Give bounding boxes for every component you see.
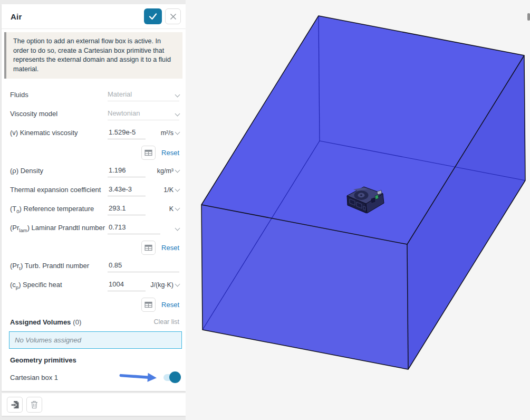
reset-link[interactable]: Reset [161,149,179,157]
reset-row: Reset [10,238,179,257]
device-port-dark [371,198,375,203]
field-row-thermal-expansion: Thermal expansion coefficient 3.43e-3 1/… [10,181,179,200]
unit-select[interactable]: m²/s [161,129,179,139]
field-row-specific-heat: (cp) Specific heat 1004 J/(kg·K) [10,276,179,295]
trash-icon [30,400,38,409]
turbulent-prandtl-input[interactable]: 0.85 [108,261,179,272]
table-input-button[interactable] [141,146,156,160]
chevron-down-icon [175,92,180,97]
assigned-volumes-header: Assigned Volumes (0) Clear list [10,314,179,330]
apply-button[interactable] [144,8,162,24]
app-window: Air The option to add an external flow b… [0,0,530,420]
unit-select[interactable] [176,226,179,234]
field-label: Thermal expansion coefficient [10,186,108,195]
field-label: Viscosity model [10,110,108,119]
fluids-select[interactable]: Material [108,90,179,101]
page-title: Air [11,12,144,21]
assigned-volumes-dropzone[interactable]: No Volumes assigned [9,331,182,349]
chevron-down-icon [175,281,180,287]
select-value: Newtonian [108,109,140,117]
chevron-down-icon [175,205,180,211]
unit-select[interactable]: J/(kg·K) [150,281,179,291]
check-icon [149,13,157,20]
density-input[interactable]: 1.196 [108,166,146,177]
chevron-down-icon [175,167,180,173]
empty-assignment-text: No Volumes assigned [15,336,81,344]
reset-row: Reset [10,295,179,314]
field-label: (v) Kinematic viscosity [10,129,108,138]
assigned-volumes-count: (0) [73,318,153,326]
chevron-down-icon [175,186,180,192]
field-row-density: (ρ) Density 1.196 kg/m³ [10,162,179,181]
chevron-down-icon [175,129,180,135]
field-row-reference-temperature: (T0) Reference temperature 293.1 K [10,200,179,219]
unit-select[interactable]: 1/K [163,186,179,196]
table-icon [144,301,152,308]
field-label: (Prlam) Laminar Prandtl number [10,224,108,233]
kinematic-viscosity-input[interactable]: 1.529e-5 [108,128,146,139]
field-row-turbulent-prandtl: (Prt) Turb. Prandtl number 0.85 [10,257,179,276]
reset-link[interactable]: Reset [161,301,179,309]
clear-list-link[interactable]: Clear list [153,318,179,326]
thermal-expansion-input[interactable]: 3.43e-3 [108,185,146,196]
panel-header: Air [2,4,186,29]
cancel-button[interactable] [165,8,181,24]
table-input-button[interactable] [141,241,156,255]
chevron-down-icon [175,111,180,116]
specific-heat-input[interactable]: 1004 [108,280,146,291]
field-label: Fluids [10,91,108,100]
info-message: The option to add an external flow box i… [4,32,182,79]
import-document-icon [11,400,20,409]
annotation-arrow-icon [119,370,158,385]
device-led-green [375,195,379,199]
delete-material-button[interactable] [26,397,42,413]
reset-link[interactable]: Reset [161,244,179,252]
field-row-kinematic-viscosity: (v) Kinematic viscosity 1.529e-5 m²/s [10,124,179,143]
properties-form: Fluids Material Viscosity model Newtonia… [2,79,186,387]
3d-viewport[interactable] [186,0,530,420]
unit-select[interactable]: kg/m³ [157,167,179,177]
cartesian-box-toggle[interactable] [163,374,177,381]
table-icon [144,149,152,156]
geometry-primitive-row: Cartesian box 1 [10,368,179,387]
select-value: Material [108,90,132,98]
save-as-material-button[interactable] [7,397,23,413]
field-row-viscosity-model: Viscosity model Newtonian [10,105,179,124]
viscosity-model-select[interactable]: Newtonian [108,109,179,120]
field-row-laminar-prandtl: (Prlam) Laminar Prandtl number 0.713 [10,219,179,238]
clipped-toolbar-fragment [527,13,530,21]
material-panel: Air The option to add an external flow b… [2,4,186,391]
field-label: (Prt) Turb. Prandtl number [10,262,108,271]
geometry-primitives-title: Geometry primitives [10,352,179,368]
toggle-knob [169,371,181,383]
chevron-down-icon [175,225,180,231]
table-icon [144,244,152,251]
unit-select[interactable]: K [169,205,179,215]
field-row-fluids: Fluids Material [10,86,179,105]
table-input-button[interactable] [141,298,156,312]
device-fan-center [360,195,362,196]
reference-temperature-input[interactable]: 293.1 [108,204,146,215]
reset-row: Reset [10,143,179,162]
field-label: (ρ) Density [10,167,108,176]
assigned-volumes-title: Assigned Volumes [10,318,71,326]
panel-footer [2,393,186,416]
laminar-prandtl-input[interactable]: 0.713 [108,223,160,234]
field-label: (cp) Specific heat [10,281,108,290]
field-label: (T0) Reference temperature [10,205,108,214]
close-icon [170,13,177,20]
